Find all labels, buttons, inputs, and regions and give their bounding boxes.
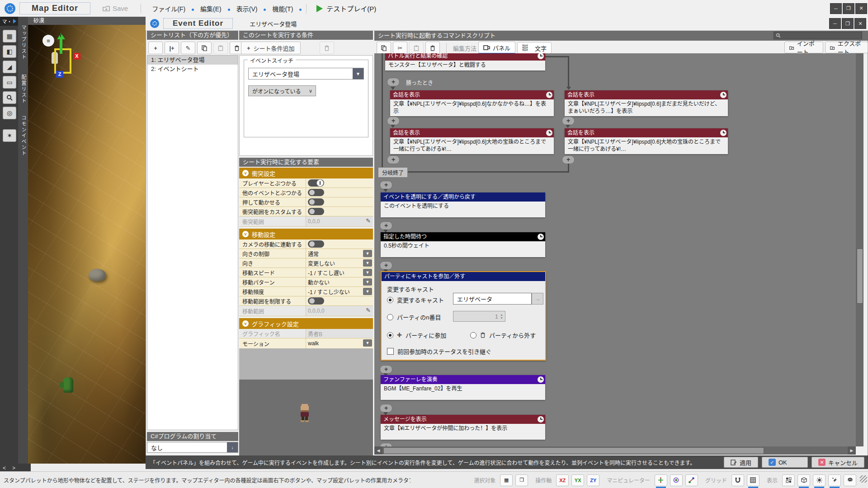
block-talk-left-2[interactable]: 会話を表示 文章【¥NPL[エリザベータ]¥lipspd[0.6]大地の宝珠のと… xyxy=(390,128,554,154)
delete-condition-button[interactable] xyxy=(320,42,334,54)
add-command-node[interactable] xyxy=(380,221,392,230)
rename-sheet-button[interactable]: ✎ xyxy=(181,42,195,54)
edit-pencil-icon[interactable]: ✎ xyxy=(366,217,371,224)
view-cube-icon[interactable] xyxy=(797,474,810,486)
tab-placement-list[interactable]: 配置リスト xyxy=(20,75,27,104)
move-section[interactable]: v移動設定 xyxy=(239,229,373,239)
add-condition-button[interactable]: +シート条件追加 xyxy=(241,42,301,54)
scroll-right-icon[interactable]: > xyxy=(12,465,15,471)
apply-button[interactable]: 適用 xyxy=(724,457,758,468)
minimize-button[interactable]: ─ xyxy=(830,3,842,14)
copy-command-button[interactable] xyxy=(377,42,391,54)
insert-sheet-button[interactable]: |+ xyxy=(165,42,179,54)
block-party-cast-selected[interactable]: パーティにキャストを参加／外す 変更するキャスト 変更するキャスト エリザベータ… xyxy=(381,271,546,361)
scroll-left-icon[interactable]: < xyxy=(3,465,6,471)
cast-picker-button[interactable]: → xyxy=(532,293,543,305)
select-object-icon[interactable]: ❒ xyxy=(515,474,528,486)
sheet-item-1[interactable]: 1: エリザベータ登場 xyxy=(147,56,238,65)
vertical-scrollbar[interactable] xyxy=(856,53,863,446)
scroll-right-arrow[interactable]: ▶ xyxy=(848,446,856,455)
toggle-off[interactable] xyxy=(308,189,324,196)
add-command-node[interactable] xyxy=(562,117,575,125)
grid-toggle-icon[interactable] xyxy=(747,474,760,486)
view-monster-icon[interactable] xyxy=(844,474,856,486)
map-mini-tab[interactable]: マ・ xyxy=(0,17,18,26)
tab-panel-mode[interactable]: パネル xyxy=(478,42,515,54)
ee-close-button[interactable]: ✕ xyxy=(854,18,866,29)
command-script-canvas[interactable]: バトル実行と結果の確認 モンスター【エリザベータ】と戦闘する 勝ったとき 会話を… xyxy=(374,53,856,446)
toggle-off[interactable] xyxy=(308,297,324,305)
gizmo-selection-frame[interactable] xyxy=(54,48,71,74)
branch-end-label[interactable]: 分岐終了 xyxy=(378,167,408,178)
ee-minimize-button[interactable]: ─ xyxy=(829,18,841,29)
radio-party-nth[interactable] xyxy=(387,314,393,320)
delete-command-button[interactable] xyxy=(425,42,440,54)
block-talk-right-1[interactable]: 会話を表示 文章【¥NPL[エリザベータ]¥lipspd[0.6]まだまだ見たい… xyxy=(565,90,728,116)
scale-tool-icon[interactable] xyxy=(685,474,698,486)
gizmo-x-label[interactable]: X xyxy=(73,53,80,60)
inherit-status-checkbox[interactable] xyxy=(387,348,394,355)
graphic-section[interactable]: vグラフィック設定 xyxy=(239,318,373,329)
search-input[interactable] xyxy=(774,32,862,39)
horizontal-scrollbar[interactable]: ◀ ▶ xyxy=(374,446,856,455)
axis-xz-button[interactable]: XZ xyxy=(556,474,569,486)
add-sheet-button[interactable]: + xyxy=(148,42,163,54)
dropdown-arrow-icon[interactable]: ▼ xyxy=(363,250,372,257)
screen-tool-icon[interactable]: ▭ xyxy=(3,76,16,89)
add-command-node[interactable] xyxy=(380,181,392,189)
nth-spinner[interactable]: 1 ▲▼ xyxy=(453,311,505,322)
event-switch-dropdown[interactable]: エリザベータ登場 ▼ xyxy=(248,68,364,80)
menu-file[interactable]: ファイル(F) xyxy=(146,2,192,15)
radio-join-party[interactable] xyxy=(387,332,393,338)
dropdown-arrow-icon[interactable]: ▼ xyxy=(363,269,372,276)
cut-command-button[interactable]: ✂ xyxy=(393,42,407,54)
block-message[interactable]: メッセージを表示 文章【¥iエリザベータが仲間に加わった！】を表示 xyxy=(381,415,545,440)
tab-text-mode[interactable]: TEXT TEXT TEXT 文字 xyxy=(517,42,552,54)
ee-maximize-button[interactable]: ❐ xyxy=(842,18,854,29)
view-effect-icon[interactable] xyxy=(828,474,841,486)
radio-change-cast[interactable] xyxy=(387,297,393,303)
paste-sheet-button[interactable] xyxy=(213,42,228,54)
sheet-item-2[interactable]: 2: イベントシート xyxy=(147,65,238,74)
collision-section[interactable]: v衝突設定 xyxy=(239,168,373,178)
cancel-button[interactable]: ✕ キャンセル xyxy=(811,457,864,468)
add-command-node[interactable] xyxy=(562,155,575,164)
building-tool-icon[interactable]: ◧ xyxy=(3,45,16,58)
import-button[interactable]: インポート xyxy=(784,42,823,53)
tab-common-events[interactable]: コモンイベント xyxy=(20,115,27,156)
particle-tool-icon[interactable]: ✶ xyxy=(3,129,16,142)
magnet-icon[interactable] xyxy=(731,474,744,486)
toggle-off[interactable] xyxy=(308,198,324,206)
block-talk-left-1[interactable]: 会話を表示 文章【¥NPL[エリザベータ]¥lipspd[0.6]なかなかやるね… xyxy=(390,90,554,116)
block-transparent[interactable]: イベントを透明にする／透明から戻す このイベントを透明にする xyxy=(381,192,545,217)
axis-zy-button[interactable]: ZY xyxy=(587,474,599,486)
view-light-icon[interactable] xyxy=(813,474,826,486)
add-command-node[interactable] xyxy=(380,404,392,413)
move-tool-icon[interactable] xyxy=(655,474,667,486)
ring-tool-icon[interactable]: ◎ xyxy=(3,107,16,119)
export-button[interactable]: エクスポート xyxy=(825,42,868,53)
add-command-node[interactable] xyxy=(380,261,392,270)
menu-function[interactable]: 機能(T) xyxy=(266,2,299,15)
cactus-object[interactable] xyxy=(63,377,73,393)
resize-grip[interactable] xyxy=(860,475,867,483)
menu-edit[interactable]: 編集(E) xyxy=(194,2,228,15)
close-button[interactable]: ✕ xyxy=(855,3,867,14)
scroll-left-arrow[interactable]: ◀ xyxy=(374,446,382,455)
add-command-node[interactable] xyxy=(380,443,392,446)
select-terrain-icon[interactable]: ▦ xyxy=(500,474,513,486)
toggle-on[interactable] xyxy=(308,179,324,187)
horizontal-scroll-thumb[interactable] xyxy=(383,447,764,454)
vertical-scroll-thumb[interactable] xyxy=(857,249,863,304)
axis-yx-button[interactable]: YX xyxy=(571,474,584,486)
maximize-button[interactable]: ❐ xyxy=(843,3,854,14)
cast-name-input[interactable]: エリザベータ xyxy=(453,293,532,305)
menu-view[interactable]: 表示(V) xyxy=(230,2,264,15)
event-menu-icon[interactable]: ≡ xyxy=(42,35,54,47)
slope-tool-icon[interactable]: ◢ xyxy=(3,61,16,73)
ok-button[interactable]: ✓ OK xyxy=(762,457,808,468)
toggle-off[interactable] xyxy=(308,208,324,215)
block-talk-right-2[interactable]: 会話を表示 文章【¥NPL[エリザベータ]¥lipspd[0.6]大地の宝珠のと… xyxy=(565,128,728,154)
paste-command-button[interactable] xyxy=(409,42,424,54)
block-battle[interactable]: バトル実行と結果の確認 モンスター【エリザベータ】と戦闘する xyxy=(385,53,545,70)
